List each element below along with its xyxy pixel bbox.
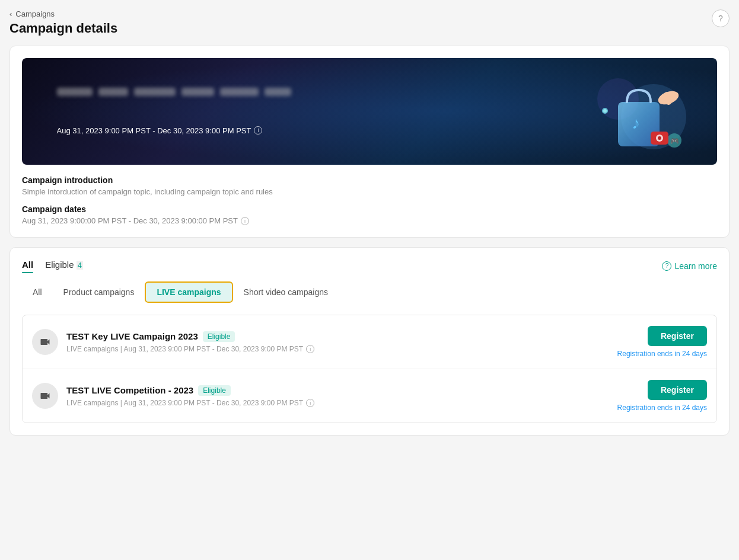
banner-illustration: ♪ 🎮	[559, 63, 689, 164]
page-title: Campaign details	[9, 21, 730, 36]
campaign-meta-info-icon-1: i	[306, 345, 314, 353]
campaign-meta-1: LIVE campaigns | Aug 31, 2023 9:00 PM PS…	[66, 345, 609, 353]
svg-text:♪: ♪	[632, 114, 640, 132]
blurred-bar-1	[57, 88, 93, 96]
tab-eligible[interactable]: Eligible 4	[45, 260, 83, 272]
register-button-2[interactable]: Register	[648, 380, 707, 400]
campaign-name-row-2: TEST LIVE Competition - 2023 Eligible	[66, 385, 609, 396]
campaign-banner: Aug 31, 2023 9:00 PM PST - Dec 30, 2023 …	[22, 58, 717, 165]
learn-more-link[interactable]: ? Learn more	[662, 261, 717, 271]
tabs-top-left: All Eligible 4	[22, 260, 83, 272]
campaign-item: TEST Key LIVE Campaign 2023 Eligible LIV…	[23, 315, 716, 369]
campaigns-section: All Eligible 4 ? Learn more All Product …	[9, 247, 730, 436]
breadcrumb: ‹ Campaigns	[9, 9, 730, 18]
blurred-bar-2	[98, 88, 128, 96]
campaign-name-2: TEST LIVE Competition - 2023	[66, 385, 193, 395]
campaign-meta-2: LIVE campaigns | Aug 31, 2023 9:00 PM PS…	[66, 399, 609, 407]
sub-tabs-row: All Product campaigns LIVE campaigns Sho…	[22, 281, 717, 303]
banner-blurred-bars	[57, 88, 291, 96]
banner-info-icon: i	[254, 126, 262, 135]
campaign-name-1: TEST Key LIVE Campaign 2023	[66, 331, 198, 341]
breadcrumb-arrow: ‹	[9, 9, 12, 18]
video-icon-2	[39, 390, 51, 402]
video-icon-1	[39, 336, 51, 348]
campaign-meta-info-icon-2: i	[306, 399, 314, 407]
blurred-bar-3	[134, 88, 176, 96]
learn-more-label: Learn more	[674, 261, 717, 271]
campaign-dates-info-icon: i	[241, 217, 249, 225]
question-icon: ?	[718, 14, 723, 23]
register-button-1[interactable]: Register	[648, 326, 707, 346]
campaign-action-1: Register Registration ends in 24 days	[617, 326, 707, 358]
sub-tab-all[interactable]: All	[22, 283, 53, 302]
campaign-name-row-1: TEST Key LIVE Campaign 2023 Eligible	[66, 331, 609, 342]
eligible-tag-2: Eligible	[198, 385, 231, 396]
banner-date-text: Aug 31, 2023 9:00 PM PST - Dec 30, 2023 …	[57, 126, 263, 135]
learn-more-info-icon: ?	[662, 261, 671, 271]
eligible-tag-1: Eligible	[203, 331, 235, 342]
blurred-bar-4	[181, 88, 214, 96]
campaign-details-card: Aug 31, 2023 9:00 PM PST - Dec 30, 2023 …	[9, 46, 730, 238]
sub-tab-product[interactable]: Product campaigns	[53, 283, 145, 302]
campaign-icon-wrap-2	[32, 383, 58, 409]
registration-ends-1: Registration ends in 24 days	[617, 350, 707, 358]
campaign-intro-text: Simple intorduction of campaign topic, i…	[22, 187, 717, 196]
campaign-list: TEST Key LIVE Campaign 2023 Eligible LIV…	[22, 315, 717, 423]
campaign-item-2: TEST LIVE Competition - 2023 Eligible LI…	[23, 369, 716, 423]
campaign-intro-label: Campaign introduction	[22, 175, 717, 185]
campaign-action-2: Register Registration ends in 24 days	[617, 380, 707, 412]
breadcrumb-parent[interactable]: Campaigns	[15, 9, 55, 18]
tab-all[interactable]: All	[22, 260, 33, 272]
campaign-dates-text: Aug 31, 2023 9:00:00 PM PST - Dec 30, 20…	[22, 216, 717, 225]
blurred-bar-5	[220, 88, 259, 96]
sub-tab-short-video[interactable]: Short video campaigns	[233, 283, 339, 302]
blurred-bar-6	[265, 88, 291, 96]
help-button[interactable]: ?	[712, 9, 730, 27]
svg-point-7	[603, 109, 607, 113]
eligible-count-badge: 4	[77, 261, 83, 270]
campaign-info-2: TEST LIVE Competition - 2023 Eligible LI…	[66, 385, 609, 407]
svg-point-12	[658, 136, 661, 140]
svg-text:🎮: 🎮	[670, 136, 679, 145]
campaign-dates-label: Campaign dates	[22, 204, 717, 214]
sub-tab-live[interactable]: LIVE campaigns	[145, 281, 232, 303]
tabs-top-row: All Eligible 4 ? Learn more	[22, 260, 717, 272]
campaign-icon-wrap-1	[32, 329, 58, 355]
campaign-info-1: TEST Key LIVE Campaign 2023 Eligible LIV…	[66, 331, 609, 353]
registration-ends-2: Registration ends in 24 days	[617, 404, 707, 412]
